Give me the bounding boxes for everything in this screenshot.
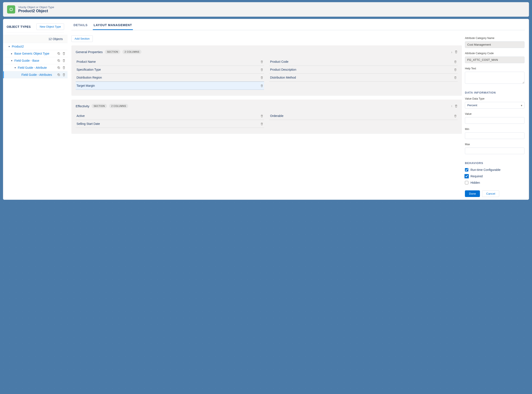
label-max: Max <box>465 143 525 146</box>
sidebar: OBJECT TYPES New Object Type 12 Objects … <box>3 19 68 200</box>
svg-rect-9 <box>58 53 60 55</box>
attr-cat-code-field <box>465 57 525 63</box>
trash-icon[interactable] <box>260 114 263 117</box>
cancel-button[interactable]: Cancel <box>482 190 499 197</box>
done-button[interactable]: Done <box>465 190 480 197</box>
section-columns-pill: 2 COLUMNS <box>122 50 142 54</box>
vlocity-icon <box>7 5 15 14</box>
field-row[interactable]: Product Code <box>269 58 458 66</box>
divider <box>7 32 64 33</box>
trash-icon[interactable] <box>62 52 65 55</box>
value-data-type-select[interactable]: Percent <box>465 102 525 109</box>
add-section-button[interactable]: Add Section <box>71 35 93 42</box>
tree-item-field-guide-attributes[interactable]: Field Guide - Attributes <box>3 71 68 78</box>
svg-rect-7 <box>11 11 11 11</box>
arrow-up-icon[interactable]: ↑ <box>451 104 453 108</box>
tree-label: Field Guide - Base <box>14 59 56 62</box>
page-header: Vlocity Object or Object Type Product2 O… <box>3 2 529 17</box>
label-attr-cat-code: Attribute Category Code <box>465 52 525 55</box>
chevron-down-icon: ▾ <box>14 66 16 69</box>
object-count: 12 Objects <box>3 35 68 43</box>
label-attr-cat-name: Attribute Category Name <box>465 37 525 40</box>
tree-root-product2[interactable]: ▾ Product2 <box>3 43 68 50</box>
value-field[interactable] <box>465 117 525 124</box>
content-area: DETAILS LAYOUT MANAGEMENT Add Section Ge… <box>68 19 529 200</box>
min-field[interactable] <box>465 132 525 139</box>
page-header-kicker: Vlocity Object or Object Type <box>18 5 54 9</box>
attr-cat-name-field <box>465 41 525 48</box>
label-help-text: Help Text <box>465 67 525 70</box>
object-tree: ▾ Product2 ▸ Base Generic Object Type ▾ … <box>3 43 68 78</box>
tree-item-base-generic[interactable]: ▸ Base Generic Object Type <box>3 50 68 57</box>
checkbox-runtime-configurable[interactable]: Run-time Configurable <box>465 168 525 171</box>
main-card: OBJECT TYPES New Object Type 12 Objects … <box>3 19 529 200</box>
section-title: General Properties <box>76 50 103 54</box>
copy-icon[interactable] <box>57 73 60 76</box>
trash-icon[interactable] <box>455 104 458 108</box>
trash-icon[interactable] <box>454 68 457 71</box>
trash-icon[interactable] <box>260 68 263 71</box>
field-row[interactable]: Active <box>76 112 264 120</box>
checkbox-required[interactable]: Required <box>465 175 525 178</box>
copy-icon[interactable] <box>57 66 60 69</box>
tree-label: Product2 <box>12 45 65 48</box>
label-value-data-type: Value Data Type <box>465 97 525 100</box>
trash-icon[interactable] <box>62 73 65 76</box>
trash-icon[interactable] <box>62 59 65 62</box>
label-min: Min <box>465 128 525 131</box>
svg-rect-4 <box>12 10 13 10</box>
field-row-target-margin[interactable]: Target Margin <box>76 82 264 90</box>
new-object-type-button[interactable]: New Object Type <box>37 23 64 30</box>
trash-icon[interactable] <box>454 114 457 117</box>
trash-icon[interactable] <box>260 123 263 125</box>
field-row[interactable]: Product Description <box>269 66 458 74</box>
workzone: Add Section General Properties SECTION 2… <box>71 35 525 200</box>
arrow-down-icon[interactable]: ↓ <box>451 50 453 53</box>
svg-rect-12 <box>58 74 60 76</box>
trash-icon[interactable] <box>260 60 263 63</box>
tabs: DETAILS LAYOUT MANAGEMENT <box>71 21 525 30</box>
trash-icon[interactable] <box>260 84 263 87</box>
trash-icon[interactable] <box>454 76 457 79</box>
chevron-down-icon: ▾ <box>11 59 13 62</box>
copy-icon[interactable] <box>57 59 60 62</box>
section-title: Effectivity <box>76 104 89 108</box>
section-type-pill: SECTION <box>105 50 120 54</box>
section-effectivity: Effectivity SECTION 2 COLUMNS ↑ Active S… <box>71 99 462 134</box>
trash-icon[interactable] <box>260 76 263 79</box>
svg-rect-2 <box>10 10 10 10</box>
field-row[interactable]: Specification Type <box>76 66 264 74</box>
tree-label: Field Guide - Attribute <box>18 66 56 69</box>
svg-rect-10 <box>58 60 60 62</box>
tab-details[interactable]: DETAILS <box>73 21 89 30</box>
field-row[interactable]: Distribution Region <box>76 74 264 82</box>
behaviors-header: BEHAVIORS <box>465 161 525 165</box>
sidebar-title: OBJECT TYPES <box>7 25 31 28</box>
copy-icon[interactable] <box>57 52 60 55</box>
svg-rect-11 <box>58 67 60 69</box>
sections-column: Add Section General Properties SECTION 2… <box>71 35 462 200</box>
field-row[interactable]: Product Name <box>76 58 264 66</box>
trash-icon[interactable] <box>454 60 457 63</box>
tree-label: Field Guide - Attributes <box>21 73 56 77</box>
svg-rect-3 <box>12 9 13 9</box>
tree-item-field-guide-attribute[interactable]: ▾ Field Guide - Attribute <box>3 64 68 71</box>
properties-panel: Attribute Category Name Attribute Catego… <box>465 35 525 200</box>
field-row[interactable]: Distribution Method <box>269 74 458 82</box>
help-text-field[interactable] <box>465 72 525 84</box>
data-information-header: DATA INFORMATION <box>465 91 525 94</box>
svg-rect-5 <box>11 8 11 8</box>
section-columns-pill: 2 COLUMNS <box>109 104 128 108</box>
trash-icon[interactable] <box>62 66 65 69</box>
section-general-properties: General Properties SECTION 2 COLUMNS ↓ P… <box>71 45 462 96</box>
tab-layout-management[interactable]: LAYOUT MANAGEMENT <box>93 21 133 30</box>
label-value: Value <box>465 112 525 115</box>
page-header-title: Product2 Object <box>18 9 54 13</box>
svg-rect-0 <box>10 8 12 11</box>
checkbox-hidden[interactable]: Hidden <box>465 181 525 184</box>
max-field[interactable] <box>465 148 525 154</box>
trash-icon[interactable] <box>455 50 458 53</box>
tree-item-field-guide-base[interactable]: ▾ Field Guide - Base <box>3 57 68 64</box>
field-row[interactable]: Orderable <box>269 112 458 120</box>
field-row[interactable]: Selling Start Date <box>76 120 264 128</box>
